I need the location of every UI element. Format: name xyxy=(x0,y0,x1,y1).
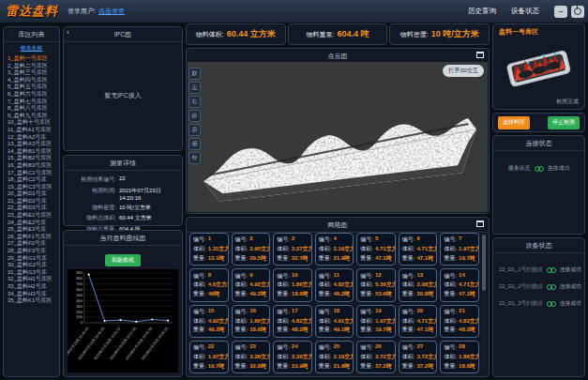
grid-card-label: 编号: xyxy=(360,236,373,244)
sidebar-item-area[interactable]: 25_盘料E3号库 xyxy=(4,226,59,234)
grid-card-value: 18.6吨 xyxy=(249,326,266,334)
grid-card-value: 47.1吨 xyxy=(417,326,434,334)
measure-detail-panel: 测量详情 检测结果编号:22检测时间:2021年07月23日 14:20:16物… xyxy=(63,155,183,226)
select-area-button[interactable]: 选择料区 xyxy=(498,116,530,129)
grid-card-line: 体积:4.71立方米 xyxy=(402,245,436,253)
ipc-empty-text: 暂无IPC接入 xyxy=(64,42,182,150)
view-button[interactable]: 俯 xyxy=(188,138,201,150)
power-icon[interactable] xyxy=(571,6,584,18)
grid-card-line: 重量:13.1吨 xyxy=(193,254,227,263)
view-button[interactable]: 左 xyxy=(188,82,201,94)
stop-detect-button[interactable]: 停止检测 xyxy=(548,116,580,129)
device-status-link[interactable]: 设备状态 xyxy=(511,7,539,16)
refresh-curve-button[interactable]: 刷新曲线 xyxy=(105,254,141,266)
sidebar-item-area[interactable]: 19_盘料C3号库区 xyxy=(4,184,59,191)
sidebar-item-area[interactable]: 33_盘料H2号库 xyxy=(4,283,59,291)
grid-card-label: 体积: xyxy=(235,353,249,361)
sidebar-item-area[interactable]: 26_盘料F1号库区 xyxy=(4,234,59,241)
view-button[interactable]: 默 xyxy=(188,68,201,80)
sidebar-item-area[interactable]: 1_盘料一号库区 xyxy=(4,55,59,63)
grid-card-label: 重量: xyxy=(319,362,332,371)
grid-scrollbar[interactable] xyxy=(482,235,486,372)
device-row: 22_D1_1号扫描仪连接成功 xyxy=(493,266,584,274)
sidebar-item-area[interactable]: 20_盘料D1号库 xyxy=(4,190,59,198)
sidebar-item-area[interactable]: 16_盘料B3号库区 xyxy=(4,162,59,170)
grid-card-label: 体积: xyxy=(402,317,415,326)
sidebar-item-area[interactable]: 6_盘料六号库区 xyxy=(4,91,59,99)
sidebar-item-area[interactable]: 10_盘料十号库区 xyxy=(4,119,59,127)
ipc-title-text: IPC图 xyxy=(114,31,132,38)
history-query-link[interactable]: 历史查询 xyxy=(468,7,496,16)
sidebar-item-area[interactable]: 32_盘料H1号库区 xyxy=(4,276,59,283)
sidebar-item-area[interactable]: 2_盘料二号库区 xyxy=(4,63,59,70)
maximize-icon[interactable] xyxy=(476,52,484,58)
grid-card-label: 编号: xyxy=(402,343,415,352)
sidebar-item-area[interactable]: 3_盘料三号库区 xyxy=(4,69,59,77)
collapse-chevron-icon[interactable]: ‹ xyxy=(67,28,69,37)
grid-card-line: 体积:4.92立方米 xyxy=(235,281,269,289)
view-button[interactable]: 仰 xyxy=(188,152,201,164)
grid-card-line: 体积:1.97立方米 xyxy=(193,353,227,361)
sidebar-item-area[interactable]: 8_盘料八号库区 xyxy=(4,105,59,113)
grid-card: 编号:19体积:1.97立方米重量:19.7吨 xyxy=(356,305,396,338)
sidebar-item-area[interactable]: 15_盘料B2号库区 xyxy=(4,155,59,162)
view-button[interactable]: 后 xyxy=(188,124,201,136)
sidebar-item-area[interactable]: 24_盘料E2号库 xyxy=(4,220,59,227)
rename-link[interactable]: 修改名称 xyxy=(4,42,59,54)
sidebar-item-area[interactable]: 27_盘料F2号库 xyxy=(4,240,59,248)
grid-card-line: 编号:6 xyxy=(402,236,436,244)
grid-card: 编号:8体积:4.6立方米重量:46吨 xyxy=(189,268,229,301)
device-name: 22_D1_1号扫描仪 xyxy=(499,266,543,274)
grid-card-value: 29.5吨 xyxy=(249,254,266,263)
grid-card-label: 体积: xyxy=(360,281,373,289)
sidebar-item-area[interactable]: 34_盘料H3号库 xyxy=(4,291,59,298)
sidebar-item-area[interactable]: 35_盘料K1号库区 xyxy=(4,297,59,305)
sidebar-item-area[interactable]: 22_盘料D3号库 xyxy=(4,205,59,212)
sidebar-item-area[interactable]: 12_盘料A2号库 xyxy=(4,134,59,142)
ipc-panel: ‹ IPC图 暂无IPC接入 xyxy=(63,26,183,151)
minimize-button[interactable]: – xyxy=(554,6,567,18)
sidebar-item-area[interactable]: 29_盘料G1号库 xyxy=(4,255,59,263)
storage-area-list[interactable]: 1_盘料一号库区2_盘料二号库区3_盘料三号库区4_盘料四号库区5_盘料五号库区… xyxy=(4,54,59,376)
open-3d-button[interactable]: 打开3D交互 xyxy=(443,65,484,77)
grid-card-value: 1 xyxy=(208,236,211,244)
grid-maximize-icon[interactable] xyxy=(476,220,484,227)
sidebar-item-area[interactable]: 28_盘料F3号库 xyxy=(4,248,59,255)
grid-card-label: 重量: xyxy=(193,362,206,371)
grid-card-label: 体积: xyxy=(319,281,332,289)
sidebar-item-area[interactable]: 14_盘料B1号库区 xyxy=(4,148,59,156)
login-link[interactable]: 点击登录 xyxy=(98,7,125,16)
sidebar-item-area[interactable]: 31_盘料G3号库 xyxy=(4,269,59,277)
grid-scrollbar-thumb[interactable] xyxy=(482,235,486,291)
sidebar-item-area[interactable]: 18_盘料C2号库 xyxy=(4,176,59,184)
grid-card-value: 4.82立方米 xyxy=(333,281,354,289)
sidebar-item-area[interactable]: 9_盘料九号库区 xyxy=(4,113,59,120)
grid-card-label: 重量: xyxy=(360,326,373,334)
sidebar-item-area[interactable]: 17_盘料C1号库区 xyxy=(4,170,59,177)
sidebar-item-area[interactable]: 11_盘料A1号库区 xyxy=(4,127,59,134)
sidebar-item-area[interactable]: 7_盘料七号库区 xyxy=(4,99,59,106)
grid-card-line: 编号:11 xyxy=(319,272,353,281)
grid-card-value: 4.82立方米 xyxy=(459,317,479,326)
grid-card-label: 体积: xyxy=(444,281,457,289)
grid-card-line: 重量:49.2吨 xyxy=(235,290,269,298)
grid-card-value: 48.2吨 xyxy=(333,290,350,298)
grid-card-line: 体积:1.86立方米 xyxy=(235,317,269,326)
grid-card-value: 18.6吨 xyxy=(292,290,309,298)
sidebar-item-area[interactable]: 4_盘料四号库区 xyxy=(4,77,59,84)
view-button[interactable]: 前 xyxy=(188,110,201,122)
grid-card-label: 编号: xyxy=(319,308,332,316)
grid-card-label: 重量: xyxy=(235,362,249,371)
sidebar-item-area[interactable]: 30_盘料G2号库 xyxy=(4,262,59,269)
device-status-value: 连接成功 xyxy=(560,266,581,274)
sidebar-item-area[interactable]: 21_盘料D2号库 xyxy=(4,198,59,205)
grid-card-label: 编号: xyxy=(444,236,457,244)
grid-card-value: 4.6立方米 xyxy=(208,281,229,289)
grid-card-label: 重量: xyxy=(277,326,290,334)
sidebar-item-area[interactable]: 23_盘料E1号库区 xyxy=(4,212,59,220)
sidebar-item-area[interactable]: 5_盘料五号库区 xyxy=(4,84,59,91)
view-button[interactable]: 右 xyxy=(188,96,201,108)
grid-card-value: 7 xyxy=(459,236,461,244)
point-cloud-viewport[interactable] xyxy=(188,62,488,212)
sidebar-item-area[interactable]: 13_盘料A3号库区 xyxy=(4,141,59,148)
